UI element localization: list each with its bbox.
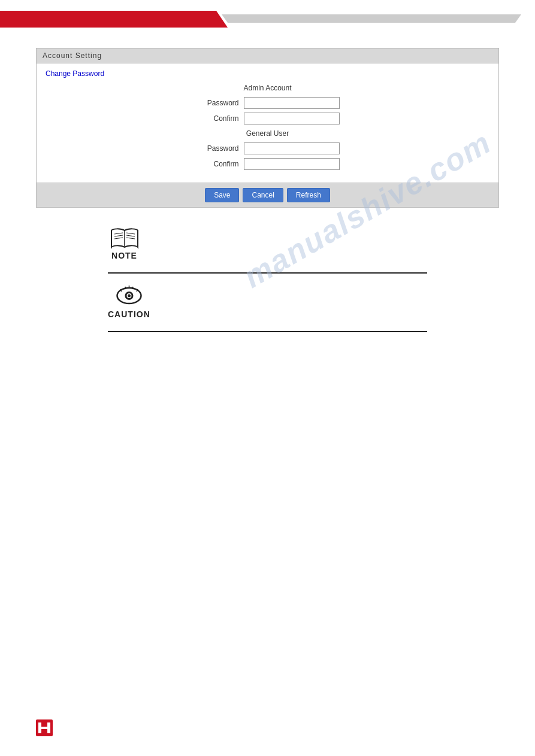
header-bar — [0, 0, 535, 36]
admin-password-input[interactable] — [244, 97, 340, 109]
caution-icon-container: CAUTION — [108, 286, 150, 319]
save-button[interactable]: Save — [205, 188, 239, 202]
account-setting-body: Change Password Admin Account Password C… — [37, 63, 498, 183]
account-setting-panel: Account Setting Change Password Admin Ac… — [36, 48, 499, 183]
caution-section: CAUTION — [108, 286, 499, 319]
admin-password-row: Password — [46, 97, 489, 109]
admin-confirm-row: Confirm — [46, 113, 489, 125]
svg-line-3 — [114, 238, 123, 239]
general-password-row: Password — [46, 142, 489, 154]
bottom-logo — [36, 719, 53, 738]
svg-line-12 — [125, 287, 126, 289]
general-confirm-label: Confirm — [196, 160, 244, 168]
admin-confirm-label: Confirm — [196, 114, 244, 123]
header-red-bar — [0, 11, 228, 28]
book-icon — [110, 226, 140, 250]
section-divider-2 — [108, 331, 427, 332]
general-password-input[interactable] — [244, 142, 340, 154]
admin-account-title: Admin Account — [46, 84, 489, 92]
note-label: NOTE — [111, 251, 137, 260]
svg-line-4 — [126, 233, 135, 234]
admin-password-label: Password — [196, 99, 244, 107]
change-password-link[interactable]: Change Password — [46, 69, 489, 78]
h-logo-icon — [36, 719, 53, 736]
header-gray-bar — [222, 14, 521, 23]
general-confirm-input[interactable] — [244, 158, 340, 170]
account-setting-header: Account Setting — [37, 48, 498, 63]
caution-label: CAUTION — [108, 309, 150, 319]
general-confirm-row: Confirm — [46, 158, 489, 170]
eye-icon — [116, 286, 143, 306]
account-setting-title: Account Setting — [43, 51, 102, 60]
svg-line-5 — [126, 235, 135, 236]
admin-confirm-input[interactable] — [244, 113, 340, 125]
svg-rect-19 — [47, 722, 50, 733]
toolbar: Save Cancel Refresh — [36, 183, 499, 208]
svg-point-10 — [128, 294, 131, 297]
cancel-button[interactable]: Cancel — [243, 188, 283, 202]
general-user-title: General User — [46, 129, 489, 138]
svg-line-6 — [126, 238, 135, 239]
note-section: NOTE — [108, 226, 499, 260]
svg-line-2 — [114, 235, 123, 236]
section-divider — [108, 272, 427, 274]
svg-line-1 — [114, 233, 123, 234]
general-password-label: Password — [196, 144, 244, 153]
note-icon-container: NOTE — [108, 226, 141, 260]
svg-line-14 — [132, 287, 133, 289]
refresh-button[interactable]: Refresh — [287, 188, 330, 202]
main-content: Account Setting Change Password Admin Ac… — [0, 48, 535, 332]
